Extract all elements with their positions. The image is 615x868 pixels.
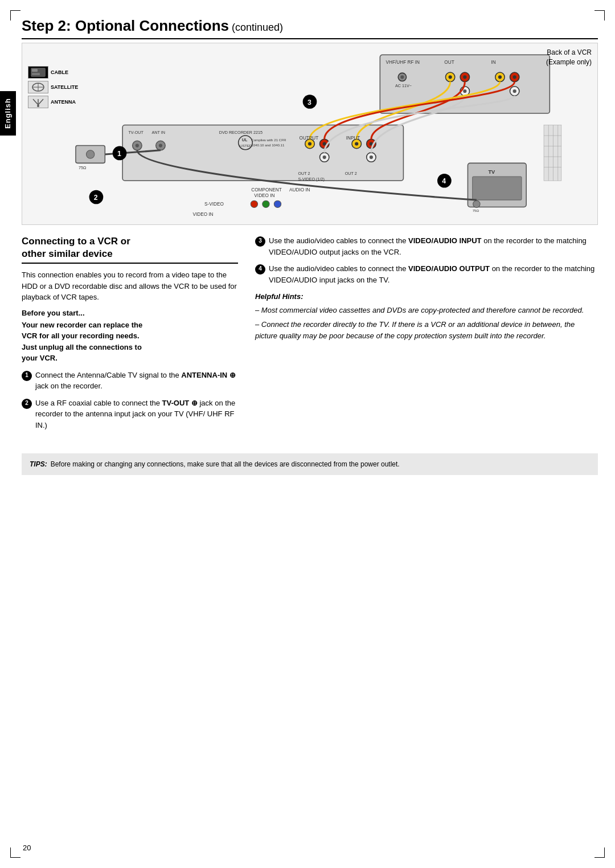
svg-text:OUT: OUT	[444, 60, 454, 65]
antenna-icon	[28, 96, 48, 108]
corner-mark-bl	[10, 847, 20, 858]
svg-point-63	[86, 150, 94, 158]
satellite-icon	[28, 81, 48, 93]
svg-point-17	[463, 75, 466, 79]
svg-text:VIDEO IN: VIDEO IN	[254, 193, 274, 198]
corner-mark-br	[594, 847, 605, 858]
svg-text:Complies with 21 CFR: Complies with 21 CFR	[251, 138, 286, 142]
svg-text:2: 2	[94, 194, 98, 202]
svg-text:TV: TV	[488, 169, 495, 175]
section-heading: Connecting to a VCR or other similar dev…	[22, 235, 238, 264]
svg-text:LISTED: LISTED	[240, 144, 252, 148]
svg-rect-1	[32, 69, 38, 72]
svg-text:VIDEO IN: VIDEO IN	[192, 212, 213, 217]
svg-rect-2	[32, 73, 40, 75]
diagram-svg: VHF/UHF RF IN OUT IN	[28, 49, 592, 219]
corner-mark-tl	[10, 10, 20, 21]
step-4: 4 Use the audio/video cables to connect …	[255, 263, 598, 285]
svg-point-69	[274, 200, 281, 207]
step-2: 2 Use a RF coaxial cable to connect the …	[22, 398, 238, 431]
svg-text:1: 1	[117, 150, 121, 158]
svg-rect-83	[544, 125, 561, 181]
svg-text:DVD RECORDER 2215: DVD RECORDER 2215	[219, 130, 263, 135]
svg-point-49	[355, 142, 358, 145]
svg-text:AC 11V~: AC 11V~	[395, 83, 412, 88]
step-1: 1 Connect the Antenna/Cable TV signal to…	[22, 370, 238, 392]
corner-mark-tr	[594, 10, 605, 21]
two-column-layout: Connecting to a VCR or other similar dev…	[22, 235, 598, 436]
svg-text:COMPONENT: COMPONENT	[251, 187, 281, 193]
source-satellite: SATELLITE	[28, 81, 78, 93]
svg-text:INPUT: INPUT	[346, 136, 360, 141]
svg-text:OUT 2: OUT 2	[298, 171, 310, 176]
source-selector: CABLE SATELLITE	[28, 66, 78, 108]
svg-point-47	[323, 155, 326, 159]
svg-point-53	[370, 155, 373, 159]
helpful-hints: Helpful Hints: – Most commercial video c…	[255, 291, 598, 341]
svg-text:AUDIO IN: AUDIO IN	[289, 187, 310, 193]
source-antenna: ANTENNA	[28, 96, 78, 108]
page-title: Step 2: Optional Connections (continued)	[22, 17, 598, 39]
cable-icon	[28, 66, 48, 79]
svg-text:75Ω: 75Ω	[473, 208, 479, 212]
step-3: 3 Use the audio/video cables to connect …	[255, 235, 598, 257]
right-column: 3 Use the audio/video cables to connect …	[255, 235, 598, 436]
important-text: Your new recorder can replace the VCR fo…	[22, 320, 238, 364]
connection-diagram: Back of a VCR (Example only) CABLE	[22, 43, 598, 225]
vcr-label: Back of a VCR (Example only)	[546, 48, 592, 67]
svg-point-41	[159, 144, 162, 147]
svg-text:1040.10 and 1040.11: 1040.10 and 1040.11	[251, 143, 285, 147]
svg-text:OUT 2: OUT 2	[345, 171, 357, 176]
svg-text:TV-OUT: TV-OUT	[128, 130, 144, 135]
main-content: Step 2: Optional Connections (continued)…	[22, 0, 598, 475]
source-cable: CABLE	[28, 66, 78, 79]
language-tab: English	[0, 91, 16, 136]
svg-text:VHF/UHF RF IN: VHF/UHF RF IN	[386, 60, 420, 65]
svg-point-27	[400, 75, 404, 79]
svg-point-43	[308, 142, 311, 145]
svg-rect-59	[473, 177, 522, 200]
svg-point-23	[513, 75, 516, 79]
svg-point-39	[136, 144, 139, 147]
svg-text:OUTPUT: OUTPUT	[300, 136, 319, 141]
svg-line-6	[33, 99, 38, 105]
svg-point-67	[251, 200, 257, 207]
svg-text:ANT IN: ANT IN	[152, 130, 165, 135]
hint-2: – Connect the recorder directly to the T…	[255, 319, 598, 341]
svg-text:4: 4	[442, 177, 446, 185]
svg-text:S-VIDEO: S-VIDEO	[204, 202, 224, 207]
svg-text:IN: IN	[491, 60, 496, 65]
svg-point-68	[263, 200, 269, 207]
svg-text:S-VIDEO (1/2): S-VIDEO (1/2)	[298, 177, 324, 182]
left-column: Connecting to a VCR or other similar dev…	[22, 235, 238, 436]
svg-point-25	[513, 89, 516, 93]
svg-text:3: 3	[308, 99, 311, 107]
tips-box: TIPS: Before making or changing any conn…	[22, 453, 598, 475]
before-start-label: Before you start...	[22, 309, 238, 317]
section-body-text: This connection enables you to record fr…	[22, 269, 238, 303]
hint-1: – Most commercial video cassettes and DV…	[255, 305, 598, 316]
svg-point-60	[473, 200, 480, 207]
svg-point-21	[498, 75, 502, 79]
svg-line-7	[38, 99, 43, 105]
svg-point-9	[37, 105, 39, 107]
svg-point-19	[463, 89, 466, 93]
svg-text:75Ω: 75Ω	[79, 165, 87, 170]
svg-text:UL: UL	[242, 137, 248, 142]
page-number: 20	[23, 844, 31, 852]
svg-point-15	[449, 75, 452, 79]
